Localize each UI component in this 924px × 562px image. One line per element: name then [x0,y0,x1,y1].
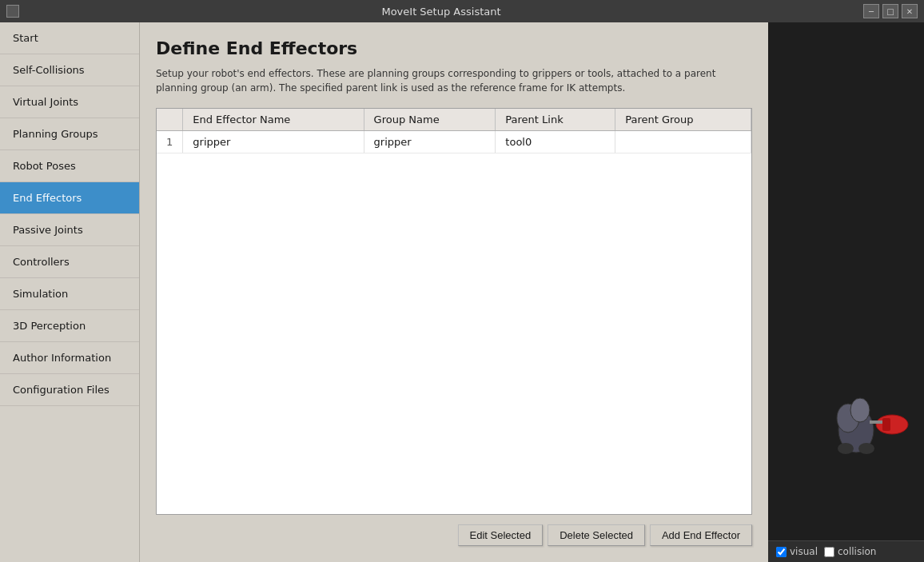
svg-point-2 [850,398,870,422]
robot-visualization [812,370,916,476]
visual-label: visual [790,546,818,557]
add-end-effector-button[interactable]: Add End Effector [650,524,752,546]
delete-selected-button[interactable]: Delete Selected [548,524,645,546]
cell-group-name: gripper [364,131,496,153]
sidebar-item-planning-groups[interactable]: Planning Groups [0,118,139,150]
visual-checkbox-label[interactable]: visual [776,546,818,557]
col-group-name: Group Name [364,109,496,131]
svg-rect-4 [882,418,890,431]
svg-point-7 [858,443,874,454]
window-title: MoveIt Setup Assistant [19,6,863,18]
row-number: 1 [157,131,183,153]
robot-svg [812,370,916,474]
visual-checkbox[interactable] [776,547,787,557]
page-description: Setup your robot's end effectors. These … [156,66,752,95]
sidebar-item-passive-joints[interactable]: Passive Joints [0,214,139,246]
cell-parent-link: tool0 [496,131,615,153]
col-parent-link: Parent Link [496,109,615,131]
window-controls[interactable]: ─ □ ✕ [863,4,918,18]
table-row[interactable]: 1 gripper gripper tool0 [157,131,751,153]
sidebar-item-configuration-files[interactable]: Configuration Files [0,374,139,406]
collision-label: collision [838,546,876,557]
3d-viewport [768,22,924,540]
titlebar: MoveIt Setup Assistant ─ □ ✕ [0,0,924,22]
sidebar: Start Self-Collisions Virtual Joints Pla… [0,22,140,562]
end-effectors-table: End Effector Name Group Name Parent Link… [157,109,751,153]
svg-point-6 [838,443,854,454]
col-end-effector-name: End Effector Name [183,109,364,131]
sidebar-item-controllers[interactable]: Controllers [0,246,139,278]
minimize-button[interactable]: ─ [863,4,879,18]
edit-selected-button[interactable]: Edit Selected [458,524,544,546]
table-header-row: End Effector Name Group Name Parent Link… [157,109,751,131]
bottom-bar: Edit Selected Delete Selected Add End Ef… [156,524,752,546]
cell-end-effector-name: gripper [183,131,364,153]
sidebar-item-simulation[interactable]: Simulation [0,278,139,310]
collision-checkbox[interactable] [824,547,834,557]
sidebar-item-end-effectors[interactable]: End Effectors [0,182,139,214]
app-body: Start Self-Collisions Virtual Joints Pla… [0,22,924,562]
page-title: Define End Effectors [156,38,752,58]
titlebar-left [6,5,19,18]
viewport-controls: visual collision [768,540,924,562]
main-content: Define End Effectors Setup your robot's … [140,22,768,562]
maximize-button[interactable]: □ [882,4,898,18]
right-panel: visual collision [768,22,924,562]
table-body: 1 gripper gripper tool0 [157,131,751,153]
end-effectors-table-container: End Effector Name Group Name Parent Link… [156,108,752,515]
sidebar-item-author-information[interactable]: Author Information [0,342,139,374]
sidebar-item-3d-perception[interactable]: 3D Perception [0,310,139,342]
sidebar-item-start[interactable]: Start [0,22,139,54]
sidebar-item-robot-poses[interactable]: Robot Poses [0,150,139,182]
cell-parent-group [615,131,751,153]
close-button[interactable]: ✕ [902,4,918,18]
sidebar-item-self-collisions[interactable]: Self-Collisions [0,54,139,86]
col-parent-group: Parent Group [615,109,751,131]
col-number [157,109,183,131]
collision-checkbox-label[interactable]: collision [824,546,876,557]
app-icon [6,5,19,18]
sidebar-item-virtual-joints[interactable]: Virtual Joints [0,86,139,118]
svg-point-3 [876,415,908,434]
